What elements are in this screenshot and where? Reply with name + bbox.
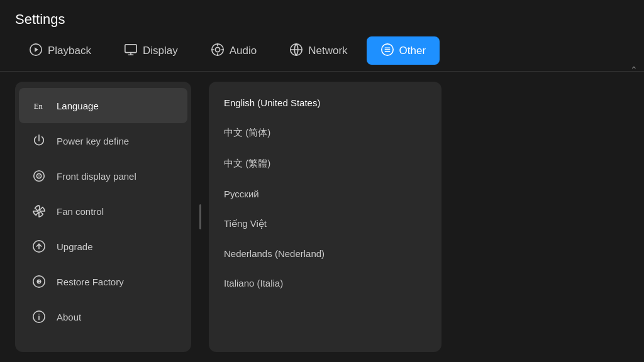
panel-divider xyxy=(199,82,201,352)
language-panel: English (United States) 中文 (简体) 中文 (繁體) … xyxy=(209,82,441,352)
svg-text:En: En xyxy=(34,102,43,111)
language-it-label: Italiano (Italia) xyxy=(224,278,283,288)
svg-marker-1 xyxy=(35,47,38,52)
main-content: En Language Power key define Front displ… xyxy=(0,72,644,362)
upgrade-icon xyxy=(30,238,48,255)
tab-playback-label: Playback xyxy=(48,45,91,57)
sidebar-language-label: Language xyxy=(57,101,99,111)
language-ru-label: Русский xyxy=(224,189,259,199)
audio-icon xyxy=(211,43,225,58)
language-vi-label: Tiếng Việt xyxy=(224,218,267,229)
sidebar-about-label: About xyxy=(57,312,81,322)
language-zh-tw-label: 中文 (繁體) xyxy=(224,158,270,168)
sidebar-item-fan-control[interactable]: Fan control xyxy=(19,194,187,229)
svg-rect-2 xyxy=(125,45,136,53)
tab-playback[interactable]: Playback xyxy=(15,36,105,65)
tab-display[interactable]: Display xyxy=(110,36,192,65)
sidebar-item-power-key[interactable]: Power key define xyxy=(19,123,187,158)
sidebar-item-front-display[interactable]: Front display panel xyxy=(19,158,187,194)
sidebar-menu: En Language Power key define Front displ… xyxy=(15,82,191,352)
sidebar-item-language[interactable]: En Language xyxy=(19,88,187,123)
sidebar-item-about[interactable]: About xyxy=(19,299,187,334)
tab-audio-label: Audio xyxy=(230,45,257,57)
language-item-ru[interactable]: Русский xyxy=(209,179,441,209)
tab-network[interactable]: Network xyxy=(275,36,361,65)
restore-icon xyxy=(30,273,48,290)
menu-icon xyxy=(380,43,394,58)
language-item-zh-tw[interactable]: 中文 (繁體) xyxy=(209,148,441,179)
chevron-up-icon: ⌃ xyxy=(630,65,638,75)
language-en-us-label: English (United States) xyxy=(224,97,320,108)
power-icon xyxy=(30,132,48,150)
page-title: Settings xyxy=(15,11,629,28)
tab-other[interactable]: Other xyxy=(367,36,440,65)
tab-audio[interactable]: Audio xyxy=(197,36,270,65)
language-zh-cn-label: 中文 (简体) xyxy=(224,127,270,138)
network-icon xyxy=(289,43,303,58)
svg-point-6 xyxy=(215,47,219,52)
tab-other-label: Other xyxy=(399,45,426,57)
info-icon xyxy=(30,308,48,326)
language-item-en-us[interactable]: English (United States) xyxy=(209,88,441,118)
svg-point-28 xyxy=(38,314,39,314)
language-item-it[interactable]: Italiano (Italia) xyxy=(209,268,441,298)
sidebar-fan-label: Fan control xyxy=(57,206,104,217)
header: Settings xyxy=(0,0,644,36)
sidebar-front-display-label: Front display panel xyxy=(57,171,136,182)
tab-divider: ⌃ xyxy=(0,71,644,72)
display-icon xyxy=(124,43,138,58)
fan-icon xyxy=(30,202,48,220)
svg-point-20 xyxy=(38,175,40,177)
sidebar-restore-label: Restore Factory xyxy=(57,277,124,287)
lang-icon: En xyxy=(30,97,48,114)
front-display-icon xyxy=(30,167,48,185)
language-item-vi[interactable]: Tiếng Việt xyxy=(209,209,441,239)
play-icon xyxy=(29,43,43,58)
sidebar-power-label: Power key define xyxy=(57,136,129,146)
language-item-nl[interactable]: Nederlands (Nederland) xyxy=(209,239,441,268)
sidebar-item-upgrade[interactable]: Upgrade xyxy=(19,229,187,264)
page-container: Settings Playback Display Audio xyxy=(0,0,644,362)
sidebar-upgrade-label: Upgrade xyxy=(57,241,93,252)
tab-network-label: Network xyxy=(308,45,347,57)
language-nl-label: Nederlands (Nederland) xyxy=(224,248,325,259)
language-item-zh-cn[interactable]: 中文 (简体) xyxy=(209,118,441,148)
tab-bar: Playback Display Audio Network xyxy=(0,36,644,65)
sidebar-item-restore-factory[interactable]: Restore Factory xyxy=(19,264,187,299)
tab-display-label: Display xyxy=(143,45,178,57)
